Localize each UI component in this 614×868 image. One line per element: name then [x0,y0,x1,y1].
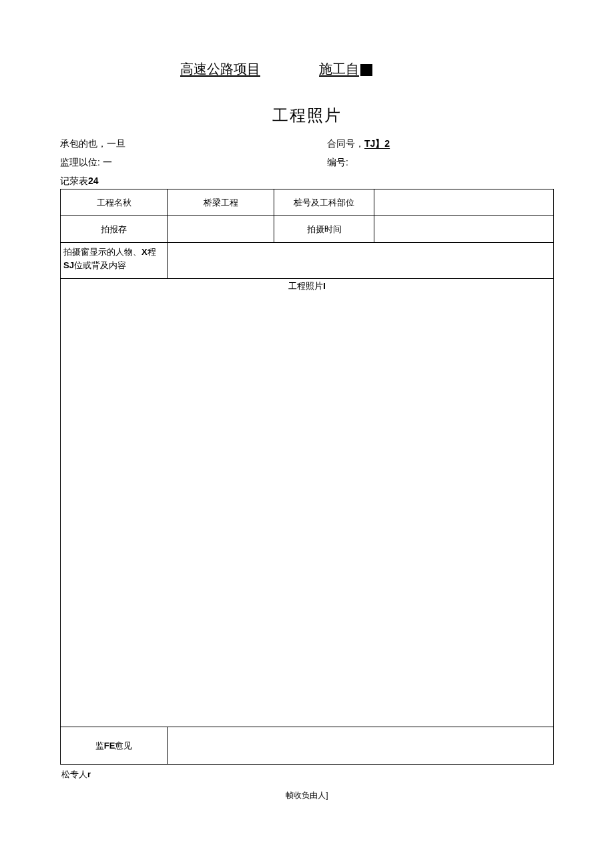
photo-label-text: 工程照片 [288,281,323,291]
cell-time-value [374,216,554,243]
main-title: 工程照片 [60,105,554,126]
desc-line1-b: X [141,247,147,257]
footer-line2: 帧收负由人] [60,790,554,801]
record-label-text: 记荥表 [60,175,88,186]
desc-line2-b: 位或背及内容 [74,260,126,270]
photo-label-suffix: I [323,281,326,291]
footer-line1: 松专人r [60,769,554,781]
cell-station-label: 桩号及工科部位 [274,189,374,216]
photo-area-cell [61,294,554,727]
cell-shoot-label: 拍报存 [61,216,168,243]
info-section: 承包的也，一旦 合同号，TJ】2 监理以位: 一 编号: [60,138,554,169]
contract-number: 合同号，TJ】2 [327,138,554,150]
form-table: 工程名秋 桥梁工程 桩号及工科部位 拍报存 拍摄时间 拍摄窗显示的人物、X程 S… [60,189,554,765]
cell-description-value [168,243,554,279]
cell-time-label: 拍摄时间 [274,216,374,243]
footer-line1-bold: r [87,769,91,779]
header-right-text: 施工自 [319,61,359,76]
record-number: 24 [88,175,99,186]
opinion-label-cell: 监FE愈见 [61,727,168,765]
contract-label-prefix: 合同号， [327,138,364,149]
cell-project-name-label: 工程名秋 [61,189,168,216]
desc-line1-c: 程 [147,247,156,257]
table-row-1: 工程名秋 桥梁工程 桩号及工科部位 [61,189,554,216]
supervisor-label: 监理以位: 一 [60,157,327,169]
cell-project-name-value: 桥梁工程 [168,189,274,216]
photo-area-row [61,294,554,727]
record-label: 记荥表24 [60,175,554,187]
desc-line1-a: 拍摄窗显示的人物、 [63,247,141,257]
opinion-value-cell [168,727,554,765]
opinion-bold: FE [104,741,115,751]
desc-line2-a: SJ [63,260,74,270]
contractor-label: 承包的也，一旦 [60,138,327,150]
opinion-suffix: 愈见 [115,741,132,751]
footer-line1-prefix: 松专人 [61,769,87,779]
cell-description-label: 拍摄窗显示的人物、X程 SJ位或背及内容 [61,243,168,279]
table-row-2: 拍报存 拍摄时间 [61,216,554,243]
photo-label-cell: 工程照片I [61,279,554,294]
header-right: 施工自 [319,60,372,78]
cell-shoot-value [168,216,274,243]
table-row-3: 拍摄窗显示的人物、X程 SJ位或背及内容 [61,243,554,279]
black-box-icon [360,64,372,76]
header: 高速公路项目 施工自 [60,60,554,78]
opinion-row: 监FE愈见 [61,727,554,765]
opinion-prefix: 监 [95,741,104,751]
header-left: 高速公路项目 [180,60,260,78]
contract-value: TJ】2 [364,138,390,149]
photo-label-row: 工程照片I [61,279,554,294]
cell-station-value [374,189,554,216]
serial-label: 编号: [327,157,554,169]
